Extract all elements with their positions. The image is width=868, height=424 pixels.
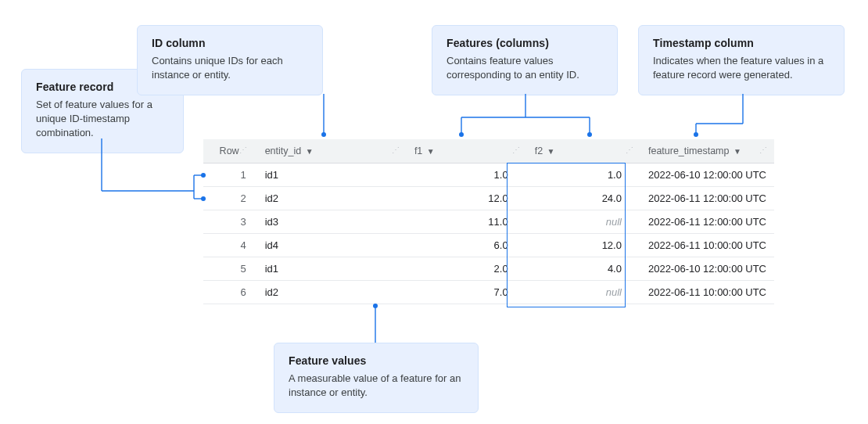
col-header-f2[interactable]: f2 ▼ ⋰ [527,139,640,163]
cell-timestamp: 2022-06-10 12:00:00 UTC [640,257,774,281]
cell-f1: 7.0 [407,281,527,304]
cell-entity-id: id2 [257,187,407,210]
cell-f1: 12.0 [407,187,527,210]
cell-row: 1 [203,163,257,187]
cell-timestamp: 2022-06-11 10:00:00 UTC [640,281,774,304]
callout-body: Set of feature values for a unique ID-ti… [36,98,169,140]
cell-timestamp: 2022-06-11 12:00:00 UTC [640,210,774,234]
callout-features-columns: Features (columns) Contains feature valu… [432,25,618,95]
resize-grip-icon[interactable]: ⋰ [759,146,766,154]
dropdown-icon[interactable]: ▼ [733,147,741,156]
callout-body: A measurable value of a feature for an i… [289,372,464,400]
table-row: 3id311.0null2022-06-11 12:00:00 UTC [203,210,774,234]
cell-row: 2 [203,187,257,210]
col-header-feature-timestamp[interactable]: feature_timestamp ▼ ⋰ [640,139,774,163]
dropdown-icon[interactable]: ▼ [306,147,314,156]
callout-feature-values: Feature values A measurable value of a f… [274,343,479,413]
cell-f2: 1.0 [527,163,640,187]
col-header-label: entity_id [265,146,302,156]
table-row: 5id12.04.02022-06-10 12:00:00 UTC [203,257,774,281]
col-header-row[interactable]: Row ⋰ [203,139,257,163]
svg-point-18 [694,132,698,137]
cell-entity-id: id1 [257,257,407,281]
col-header-entity-id[interactable]: entity_id ▼ ⋰ [257,139,407,163]
resize-grip-icon[interactable]: ⋰ [512,146,519,154]
cell-f2: 24.0 [527,187,640,210]
cell-timestamp: 2022-06-10 12:00:00 UTC [640,163,774,187]
resize-grip-icon[interactable]: ⋰ [239,146,246,154]
cell-entity-id: id1 [257,163,407,187]
col-header-label: f2 [535,146,543,156]
cell-entity-id: id3 [257,210,407,234]
cell-f1: 2.0 [407,257,527,281]
cell-entity-id: id4 [257,234,407,257]
callout-title: Timestamp column [653,37,830,49]
cell-f1: 1.0 [407,163,527,187]
svg-point-8 [321,132,326,137]
callout-title: Features (columns) [447,37,603,49]
col-header-label: feature_timestamp [648,146,730,156]
cell-entity-id: id2 [257,281,407,304]
svg-point-13 [459,132,464,137]
table-row: 6id27.0null2022-06-11 10:00:00 UTC [203,281,774,304]
cell-f1: 6.0 [407,234,527,257]
table-header-row: Row ⋰ entity_id ▼ ⋰ f1 ▼ ⋰ f2 ▼ ⋰ [203,139,774,163]
table-row: 4id46.012.02022-06-11 10:00:00 UTC [203,234,774,257]
dropdown-icon[interactable]: ▼ [547,147,555,156]
callout-body: Contains feature values corresponding to… [447,54,603,82]
cell-f2: 12.0 [527,234,640,257]
callout-id-column: ID column Contains unique IDs for each i… [137,25,323,95]
callout-title: Feature values [289,354,464,367]
callout-timestamp-column: Timestamp column Indicates when the feat… [638,25,845,95]
cell-timestamp: 2022-06-11 10:00:00 UTC [640,234,774,257]
callout-body: Indicates when the feature values in a f… [653,54,830,82]
cell-row: 6 [203,281,257,304]
cell-row: 5 [203,257,257,281]
cell-row: 3 [203,210,257,234]
resize-grip-icon[interactable]: ⋰ [626,146,633,154]
cell-f2: 4.0 [527,257,640,281]
table-row: 1id11.01.02022-06-10 12:00:00 UTC [203,163,774,187]
svg-point-14 [587,132,592,137]
col-header-f1[interactable]: f1 ▼ ⋰ [407,139,527,163]
callout-title: ID column [152,37,308,49]
callout-body: Contains unique IDs for each instance or… [152,54,308,82]
cell-row: 4 [203,234,257,257]
cell-f2: null [527,281,640,304]
cell-f1: 11.0 [407,210,527,234]
resize-grip-icon[interactable]: ⋰ [392,146,399,154]
cell-timestamp: 2022-06-11 12:00:00 UTC [640,187,774,210]
table-row: 2id212.024.02022-06-11 12:00:00 UTC [203,187,774,210]
dropdown-icon[interactable]: ▼ [427,147,435,156]
col-header-label: f1 [414,146,422,156]
cell-f2: null [527,210,640,234]
data-table: Row ⋰ entity_id ▼ ⋰ f1 ▼ ⋰ f2 ▼ ⋰ [203,139,774,304]
col-header-label: Row [220,146,239,156]
